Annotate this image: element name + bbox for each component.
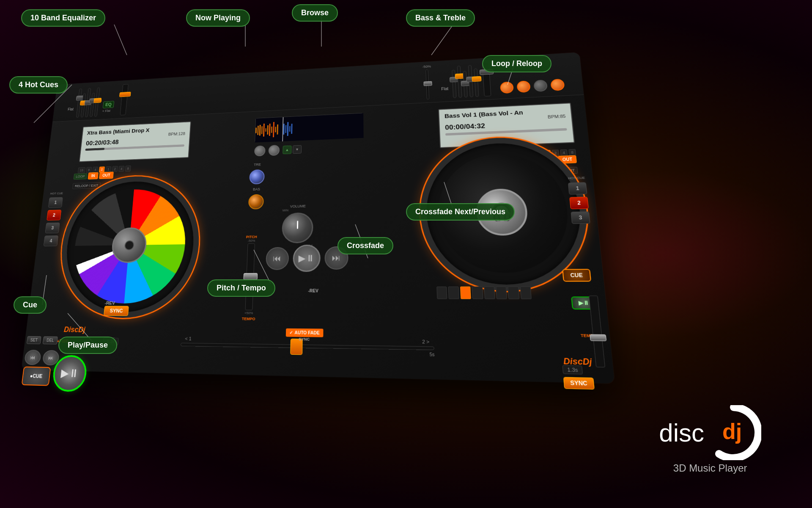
prev-center-btn[interactable]: ⏮ xyxy=(265,247,288,270)
next-center-btn[interactable]: ⏭ xyxy=(324,246,348,270)
set-btn[interactable]: SET xyxy=(27,336,41,344)
center-knob-2[interactable] xyxy=(268,145,280,156)
step-7[interactable] xyxy=(508,287,519,299)
eq-x-label: × Flat xyxy=(102,109,113,113)
deck-left-section: Xtra Bass (Miami Drop X BPM:128 00:20/03… xyxy=(20,115,248,420)
fader-5[interactable] xyxy=(94,88,100,117)
hot-cue-r3[interactable]: 3 xyxy=(571,211,590,224)
crossfader-left-label: < 1 xyxy=(185,336,192,341)
disc-dj-logo: disc dj 3D Music Player xyxy=(659,405,761,474)
ch-fader-knob-left[interactable] xyxy=(119,92,131,97)
pitch-label-center: PITCH xyxy=(245,235,258,239)
logo-wrapper: disc dj xyxy=(659,405,761,460)
time-indicator-left: 1.3s xyxy=(103,337,119,345)
flat-label-left: Flat xyxy=(67,107,74,118)
vol-fader-center[interactable] xyxy=(425,69,429,99)
ch-fader-knob-right[interactable] xyxy=(480,69,494,75)
filter-knob-top[interactable] xyxy=(533,80,548,92)
sync-label-center: SYNC xyxy=(299,337,310,342)
svg-rect-1 xyxy=(255,127,257,133)
step-1[interactable] xyxy=(436,287,447,299)
tempo-handle-right[interactable] xyxy=(590,334,606,341)
prev-btn[interactable]: ⏮ xyxy=(24,350,42,365)
treble-bass-knobs: TRE BAS xyxy=(248,163,265,210)
step-5[interactable] xyxy=(484,287,495,299)
vol-min: MIN xyxy=(283,208,313,212)
turntable-left[interactable] xyxy=(54,174,203,318)
nav-buttons: ⏮ ⏭ xyxy=(24,350,60,365)
logo-disc-word: disc xyxy=(659,419,704,447)
volume-section: VOLUME MIN MAX xyxy=(282,204,313,248)
treble-knob[interactable] xyxy=(249,169,265,185)
volume-knob[interactable] xyxy=(282,213,313,243)
step-2[interactable] xyxy=(448,287,459,299)
center-mixer-section: ▲ ▼ TRE BAS VOLUME MIN MAX xyxy=(236,109,375,425)
turntable-left-disc[interactable] xyxy=(69,188,189,304)
gain-knob-top[interactable] xyxy=(550,79,565,91)
logo-tagline: 3D Music Player xyxy=(659,462,761,474)
small-center-btn-1[interactable]: ▲ xyxy=(283,146,291,155)
fader-r5[interactable] xyxy=(474,69,479,97)
turntable-right[interactable]: 🎧 xyxy=(418,135,595,291)
hot-cue-r2[interactable]: 2 xyxy=(569,197,589,209)
screen-left: Xtra Bass (Miami Drop X BPM:128 00:20/03… xyxy=(79,121,191,162)
del-btn[interactable]: DEL xyxy=(43,336,58,344)
small-btn-row: ▲ ▼ xyxy=(283,145,302,155)
step-8[interactable] xyxy=(520,286,532,299)
channel-fader-right[interactable] xyxy=(482,62,491,97)
deck-right-section: Bass Vol 1 (Bass Vol - An BPM:85 00:00/0… xyxy=(371,98,614,433)
hot-cue-1[interactable]: 1 xyxy=(48,197,63,208)
pitch-handle-center[interactable] xyxy=(243,273,258,280)
hot-cue-4[interactable]: 4 xyxy=(44,235,58,246)
hot-cue-2[interactable]: 2 xyxy=(47,210,61,220)
cue-btn-right[interactable]: CUE xyxy=(562,269,592,282)
svg-rect-17 xyxy=(289,126,291,132)
treble-knob-top[interactable] xyxy=(516,80,531,93)
sync-btn-left[interactable]: SYNC xyxy=(104,306,129,316)
hot-cue-title: HOT CUE xyxy=(49,192,63,196)
beat-x4[interactable]: 4 xyxy=(118,166,124,172)
svg-text:dj: dj xyxy=(722,419,742,444)
pitch-minus: -50% xyxy=(245,239,258,243)
logo-disc-text: disc xyxy=(659,418,704,447)
beat-x2[interactable]: 2 xyxy=(112,166,118,172)
auto-fade-btn[interactable]: ✓ AUTO FADE xyxy=(286,329,323,337)
rev-label-left: -REV xyxy=(104,301,115,306)
pitch-track-center[interactable] xyxy=(245,243,255,310)
bass-label: BAS xyxy=(253,187,260,191)
svg-rect-6 xyxy=(265,128,266,132)
svg-rect-15 xyxy=(285,125,286,133)
bass-knob-top[interactable] xyxy=(500,81,514,94)
step-3[interactable] xyxy=(460,287,471,299)
center-knob-1[interactable] xyxy=(254,146,266,157)
tempo-sub-label: TEMPO xyxy=(242,317,255,321)
small-center-btn-2[interactable]: ▼ xyxy=(293,145,302,154)
eq-labels: EQ × Flat xyxy=(102,101,115,116)
center-vol-indicator: -50% xyxy=(422,64,432,99)
turntable-right-disc[interactable]: 🎧 xyxy=(436,152,573,273)
svg-rect-11 xyxy=(275,127,276,132)
turntable-right-center: 🎧 xyxy=(475,188,529,236)
fader-r3[interactable] xyxy=(463,71,468,97)
beat-x8[interactable]: 8 xyxy=(125,166,131,171)
top-right-knobs xyxy=(500,79,565,96)
pitch-plus: +50% xyxy=(242,311,255,315)
controller-surface: Flat EQ × Flat -50% xyxy=(22,52,615,384)
step-6[interactable] xyxy=(496,287,507,299)
hot-cue-r1[interactable]: 1 xyxy=(568,182,587,194)
play-pause-center-btn[interactable]: ▶⏸ xyxy=(293,245,321,272)
channel-fader-left[interactable] xyxy=(120,84,129,115)
bass-knob[interactable] xyxy=(248,194,264,210)
step-4[interactable] xyxy=(472,287,483,299)
disc-dj-label-left: DiscDj xyxy=(63,326,86,334)
turntable-left-outer[interactable] xyxy=(54,174,203,318)
eq-faders-left xyxy=(76,88,100,118)
hot-cue-3[interactable]: 3 xyxy=(45,223,60,234)
turntable-right-outer[interactable]: 🎧 xyxy=(418,135,595,291)
cue-btn-left[interactable]: ●CUE xyxy=(22,367,51,386)
hot-cue-title-right: HOT CUE xyxy=(567,176,585,180)
eq-badge: EQ xyxy=(103,101,115,108)
sync-btn-right[interactable]: SYNC xyxy=(563,377,595,389)
fwd-label-left: +FWD xyxy=(57,339,69,344)
flat-label-right: Flat xyxy=(441,87,449,99)
